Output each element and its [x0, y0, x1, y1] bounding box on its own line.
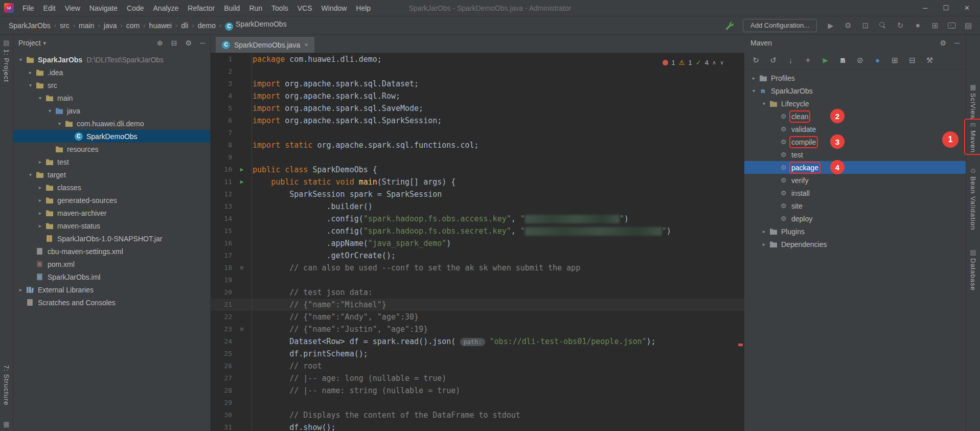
project-tree-item-generated-sources[interactable]: ▸generated-sources [13, 194, 210, 207]
breadcrumb-item-java[interactable]: java [102, 20, 119, 31]
editor-line-10[interactable]: 10▶public class SparkDemoObs { [211, 164, 744, 176]
coverage-icon[interactable] [861, 21, 870, 30]
editor-line-13[interactable]: 13 .builder() [211, 200, 744, 213]
download-sources-icon[interactable] [786, 56, 795, 64]
maven-item-test[interactable]: ⚙test [744, 148, 966, 161]
menu-analyze[interactable]: Analyze [149, 2, 184, 14]
project-tree-item-pom-xml[interactable]: mpom.xml [13, 258, 210, 270]
stop-icon[interactable] [913, 21, 922, 30]
layout-icon[interactable] [964, 21, 973, 30]
editor-line-7[interactable]: 7 [211, 127, 744, 139]
editor-line-4[interactable]: 4import org.apache.spark.sql.Row; [211, 90, 744, 102]
editor-line-6[interactable]: 6import org.apache.spark.sql.SparkSessio… [211, 115, 744, 127]
generate-sources-icon[interactable] [769, 56, 778, 64]
breadcrumb-item-huawei[interactable]: huawei [148, 20, 173, 31]
offline-mode-icon[interactable] [873, 56, 882, 64]
previous-problem-icon[interactable]: ∧ [712, 59, 716, 66]
editor-line-30[interactable]: 30 // Displays the content of the DataFr… [211, 409, 744, 421]
maven-item-deploy[interactable]: ⚙deploy [744, 212, 966, 225]
project-tree-item-sparkjarobs[interactable]: ▾SparkJarObsD:\DLITest\SparkJarObs [13, 53, 210, 66]
menu-tools[interactable]: Tools [267, 2, 293, 14]
chevron-right-icon[interactable]: ▸ [36, 185, 44, 190]
find-in-path-icon[interactable] [930, 21, 940, 30]
maven-item-dependencies[interactable]: ▸Dependencies [744, 238, 966, 251]
maven-item-lifecycle[interactable]: ▾Lifecycle [744, 97, 966, 110]
chevron-right-icon[interactable]: ▸ [36, 223, 44, 229]
editor-line-14[interactable]: 14 .config("spark.hadoop.fs.obs.access.k… [211, 213, 744, 225]
chevron-right-icon[interactable]: ▸ [26, 70, 35, 75]
project-tree-item-sparkjarobs-iml[interactable]: SparkJarObs.iml [13, 270, 210, 283]
maximize-window-icon[interactable]: ☐ [943, 4, 949, 12]
rerun-icon[interactable] [896, 21, 905, 30]
error-stripe-mark[interactable] [738, 344, 743, 346]
editor-line-15[interactable]: 15 .config("spark.hadoop.fs.obs.secret.k… [211, 225, 744, 237]
breadcrumb-item-sparkdemoobs[interactable]: CSparkDemoObs [223, 19, 288, 32]
breadcrumb-item-com[interactable]: com [125, 20, 141, 31]
editor-line-8[interactable]: 8import static org.apache.spark.sql.func… [211, 139, 744, 151]
chevron-right-icon[interactable]: ▸ [16, 287, 25, 292]
project-tree-item-maven-status[interactable]: ▸maven-status [13, 219, 210, 232]
menu-help[interactable]: Help [351, 2, 375, 14]
chevron-down-icon[interactable]: ▾ [16, 57, 25, 62]
project-tree-item-resources[interactable]: resources [13, 143, 210, 155]
chevron-down-icon[interactable]: ▾ [55, 121, 64, 126]
chevron-down-icon[interactable]: ▾ [26, 172, 35, 177]
chevron-right-icon[interactable]: ▸ [760, 241, 768, 247]
maven-item-site[interactable]: ⚙site [744, 199, 966, 212]
editor-line-11[interactable]: 11▶ public static void main(String[] arg… [211, 176, 744, 188]
run-build-icon[interactable] [821, 56, 830, 64]
editor-line-31[interactable]: 31 df.show(); [211, 421, 744, 431]
menu-window[interactable]: Window [317, 2, 352, 14]
maven-settings-icon[interactable] [925, 56, 934, 64]
project-stripe-tab[interactable]: ▤ 1: Project [0, 39, 13, 82]
editor-line-25[interactable]: 25 df.printSchema(); [211, 348, 744, 360]
add-configuration-button[interactable]: Add Configuration... [743, 19, 817, 32]
project-tree-item-idea[interactable]: ▸.idea [13, 66, 210, 79]
chevron-down-icon[interactable]: ▾ [26, 82, 35, 88]
close-tab-icon[interactable]: × [304, 41, 308, 49]
project-tree-item-target[interactable]: ▾target [13, 168, 210, 181]
chevron-down-icon[interactable]: ▾ [43, 40, 47, 47]
locate-file-icon[interactable]: ⊕ [157, 39, 163, 47]
project-tree-item-src[interactable]: ▾src [13, 79, 210, 92]
app-logo-icon[interactable]: IJ [4, 3, 14, 13]
chevron-down-icon[interactable]: ▾ [760, 101, 768, 106]
search-everywhere-icon[interactable] [878, 21, 887, 30]
run-gutter-icon[interactable]: ▶ [240, 178, 244, 185]
collapse-all-icon[interactable] [908, 56, 917, 64]
hide-panel-icon[interactable]: ─ [954, 39, 960, 47]
stripe-toggle-icon[interactable]: ▦ [0, 420, 13, 428]
editor-line-29[interactable]: 29 [211, 397, 744, 409]
chevron-right-icon[interactable]: ▸ [36, 197, 44, 203]
editor-line-17[interactable]: 17 .getOrCreate(); [211, 249, 744, 262]
project-tree-item-cbu-maven-settings-xml[interactable]: cbu-maven-settings.xml [13, 245, 210, 258]
editor-line-9[interactable]: 9 [211, 151, 744, 164]
menu-navigate[interactable]: Navigate [85, 2, 122, 14]
chevron-right-icon[interactable]: ▸ [749, 75, 758, 81]
project-tree-item-scratches-and-consoles[interactable]: Scratches and Consoles [13, 296, 210, 309]
editor-line-12[interactable]: 12 SparkSession spark = SparkSession [211, 188, 744, 200]
chevron-down-icon[interactable]: ▾ [36, 95, 44, 101]
show-dependencies-icon[interactable] [891, 56, 899, 64]
chevron-right-icon[interactable]: ▸ [760, 229, 768, 234]
menu-build[interactable]: Build [219, 2, 244, 14]
maven-item-validate[interactable]: ⚙validate [744, 123, 966, 135]
editor-line-24[interactable]: 24 Dataset<Row> df = spark.read().json( … [211, 335, 744, 348]
project-tree-item-sparkdemoobs[interactable]: CSparkDemoObs [13, 130, 210, 143]
chevron-down-icon[interactable]: ▾ [749, 88, 758, 94]
gear-icon[interactable]: ⚙ [186, 39, 192, 47]
reimport-icon[interactable] [751, 56, 760, 64]
maven-item-install[interactable]: ⚙install [744, 187, 966, 199]
stripe-tab-bean-validation[interactable]: ⊙Bean Validation [966, 167, 980, 230]
maven-item-profiles[interactable]: ▸Profiles [744, 72, 966, 84]
menu-run[interactable]: Run [244, 2, 267, 14]
structure-stripe-tab[interactable]: 7: Structure [0, 365, 13, 405]
maven-item-package[interactable]: ⚙package4 [744, 161, 966, 174]
editor-line-23[interactable]: 23⊞ // {"name":"Justin", "age":19} [211, 323, 744, 335]
menu-view[interactable]: View [60, 2, 85, 14]
editor-line-21[interactable]: 21 // {"name":"Michael"} [211, 299, 744, 311]
breadcrumb-item-dli[interactable]: dli [179, 20, 190, 31]
menu-code[interactable]: Code [122, 2, 148, 14]
editor-line-26[interactable]: 26 // root [211, 360, 744, 372]
project-panel-title[interactable]: Project [18, 39, 41, 47]
